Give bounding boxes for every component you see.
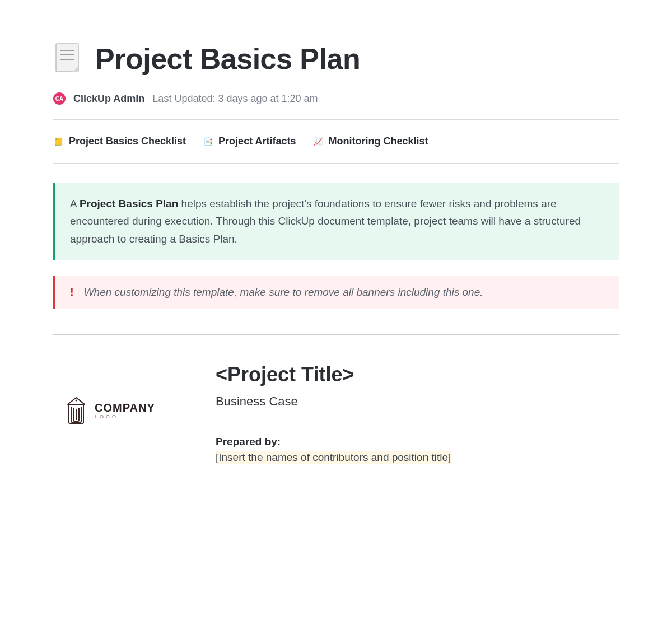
banner-text-prefix: A	[70, 198, 80, 209]
banner-text-bold: Project Basics Plan	[80, 198, 178, 209]
title-row: Project Basics Plan	[53, 42, 619, 76]
info-banner: A Project Basics Plan helps establish th…	[53, 183, 619, 260]
tab-project-artifacts[interactable]: 📑 Project Artifacts	[203, 136, 296, 147]
document-subtitle: Business Case	[216, 394, 619, 409]
tab-label: Project Artifacts	[218, 136, 296, 147]
logo-text: COMPANY LOGO	[95, 402, 155, 419]
tab-label: Monitoring Checklist	[328, 136, 428, 147]
logo-company-name: COMPANY	[95, 402, 155, 413]
svg-point-5	[76, 400, 77, 402]
warning-text: When customizing this template, make sur…	[84, 286, 483, 299]
tab-label: Project Basics Checklist	[69, 136, 186, 147]
svg-rect-0	[56, 44, 78, 72]
chart-icon: 📈	[312, 137, 323, 147]
tabs-row: 📒 Project Basics Checklist 📑 Project Art…	[53, 120, 619, 163]
document-icon	[53, 42, 81, 76]
notebook-icon: 📒	[53, 137, 63, 147]
tab-monitoring-checklist[interactable]: 📈 Monitoring Checklist	[312, 136, 428, 147]
section-divider	[53, 483, 619, 483]
page-title: Project Basics Plan	[95, 42, 360, 76]
author-avatar[interactable]: CA	[53, 92, 66, 105]
logo-column: COMPANY LOGO	[53, 363, 193, 425]
warning-banner: ! When customizing this template, make s…	[53, 276, 619, 309]
prepared-by-label: Prepared by:	[216, 436, 619, 448]
logo-mark-icon	[64, 397, 88, 425]
body-column: <Project Title> Business Case Prepared b…	[216, 363, 619, 464]
tabs-icon: 📑	[203, 137, 213, 147]
author-name[interactable]: ClickUp Admin	[73, 93, 144, 105]
divider	[53, 163, 619, 164]
last-updated: Last Updated: 3 days ago at 1:20 am	[152, 93, 318, 105]
section-divider	[53, 334, 619, 335]
tab-project-basics-checklist[interactable]: 📒 Project Basics Checklist	[53, 136, 186, 147]
company-logo: COMPANY LOGO	[64, 397, 193, 425]
exclamation-icon: !	[70, 286, 74, 299]
meta-row: CA ClickUp Admin Last Updated: 3 days ag…	[53, 92, 619, 105]
logo-subtext: LOGO	[95, 414, 155, 419]
project-title[interactable]: <Project Title>	[216, 363, 619, 386]
document-body: COMPANY LOGO <Project Title> Business Ca…	[53, 363, 619, 464]
prepared-by-value[interactable]: [Insert the names of contributors and po…	[216, 451, 451, 464]
